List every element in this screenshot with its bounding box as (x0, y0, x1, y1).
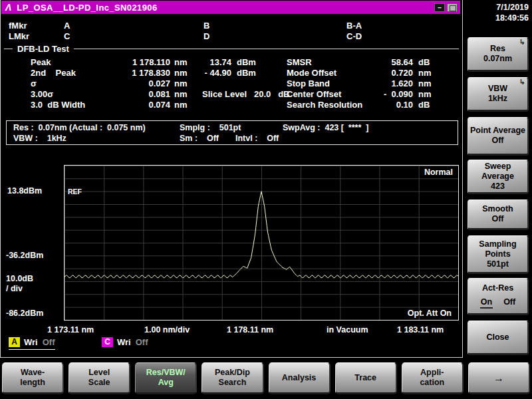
menu-more-arrow[interactable]: → (468, 362, 530, 394)
softkey-point-average[interactable]: Point Average Off (467, 117, 529, 156)
datetime-display: 7/1/2019 18:49:56 (462, 2, 529, 23)
result-wavelength: 0.074 (107, 100, 170, 110)
menu-label: Wave- (3, 368, 63, 378)
marker-cd-label: C-D (346, 31, 460, 42)
y-axis-mid-label: -36.2dBm (6, 251, 43, 260)
sampling-setting: Smplg : 501pt (180, 122, 283, 133)
menu-label-2: length (3, 378, 63, 388)
softkey-value: 0.07nm (483, 54, 512, 64)
y-axis-ref-label: 13.8dBm (7, 186, 42, 196)
softkey-sweep-average[interactable]: Sweep Average 423 (467, 160, 529, 194)
menu-trace[interactable]: Trace (335, 362, 397, 394)
result-label: Mode Offset (287, 68, 376, 78)
x-axis-center-label: 1 178.11 nm (227, 325, 273, 334)
menu-analysis[interactable]: Analysis (269, 362, 331, 394)
result-unit: nm (413, 68, 434, 78)
result-wavelength-unit: nm (170, 100, 197, 110)
act-res-off-option[interactable]: Off (503, 297, 515, 309)
app-logo-icon: Λ (5, 2, 11, 13)
softkey-sampling-points[interactable]: Sampling Points 501pt (467, 235, 529, 274)
y-axis-bottom-label: -86.2dBm (6, 309, 43, 318)
result-unit: dB (413, 57, 434, 68)
menu-res-vbw-avg[interactable]: Res/VBW/ Avg (135, 362, 197, 394)
menu-label-2: cation (402, 378, 462, 388)
section-title: DFB-LD Test (13, 44, 74, 54)
menu-wavelength[interactable]: Wave- length (2, 362, 64, 394)
analysis-results-right: SMSR 58.64 dB Mode Offset 0.720 nm Stop … (287, 57, 434, 110)
softkey-label: Act-Res (482, 283, 513, 293)
result-row-smsr: SMSR 58.64 dB (287, 57, 434, 68)
result-level: 13.74 (197, 57, 231, 68)
result-row-3db-width: 3.0 dB Width 0.074 nm (31, 100, 290, 110)
result-wavelength: 0.081 (107, 89, 170, 100)
result-value: 0.10 (376, 100, 413, 110)
sweep-settings-box: Res : 0.07nm (Actual : 0.075 nm) Smplg :… (6, 120, 458, 145)
marker-a-label: A (64, 21, 203, 31)
result-wavelength-unit: nm (170, 89, 197, 100)
softkey-label: VBW (488, 84, 507, 94)
fmkr-label: fMkr (1, 21, 64, 31)
act-res-on-option[interactable]: On (480, 297, 493, 309)
trace-c-badge: C (102, 337, 113, 347)
divider-line-right (74, 49, 459, 49)
marker-d-label: D (203, 31, 346, 42)
result-row-sigma: σ 0.027 nm (31, 78, 290, 89)
titlebar-buttons: – (434, 3, 458, 12)
interval-setting: Intvl : Off (235, 133, 458, 144)
result-label: 2nd Peak (31, 68, 107, 78)
submenu-arrow-icon: ↳ (519, 37, 525, 47)
menu-application[interactable]: Appli- cation (402, 362, 464, 394)
settings-line-2: VBW : 1kHz Sm : Off Intvl : Off (13, 133, 458, 144)
result-label: Center Offset (287, 89, 376, 100)
menu-peak-dip-search[interactable]: Peak/Dip Search (201, 362, 263, 394)
softkey-label: Point Average (470, 126, 525, 136)
result-row-mode-offset: Mode Offset 0.720 nm (287, 68, 434, 78)
time-text: 18:49:56 (462, 13, 529, 23)
trace-c-status[interactable]: C Wri Off (102, 337, 148, 349)
result-label: 3.00σ (31, 89, 107, 100)
trace-c-mode: Wri (117, 337, 131, 347)
softkey-close[interactable]: Close (467, 321, 529, 355)
result-value: 1.620 (376, 78, 413, 89)
ref-level-label: REF (68, 188, 82, 196)
titlebar: Λ LP_OSA__LD-PD_Inc_SN021906 – (1, 1, 460, 14)
softkey-smooth[interactable]: Smooth Off (467, 200, 529, 230)
osa-screen: Λ LP_OSA__LD-PD_Inc_SN021906 – fMkr A B … (0, 0, 532, 399)
softkey-act-res[interactable]: Act-Res On Off (467, 278, 529, 315)
menu-label: Trace (336, 373, 396, 383)
softkey-res[interactable]: ↳ Res 0.07nm (467, 37, 529, 72)
marker-row-2: LMkr C D C-D (1, 31, 460, 42)
sweep-average-setting: SwpAvg : 423 [ **** ] (283, 122, 458, 133)
result-wavelength: 1 178.110 (107, 57, 170, 68)
display-area: Λ LP_OSA__LD-PD_Inc_SN021906 – fMkr A B … (0, 0, 463, 358)
minimize-button[interactable]: – (434, 3, 445, 12)
slice-level-value: Slice Level 20.0 dB (202, 89, 290, 100)
divider-line-left (4, 49, 13, 49)
result-value: - 0.090 (376, 89, 413, 100)
submenu-arrow-icon: ↳ (519, 77, 525, 87)
menu-level-scale[interactable]: Level Scale (68, 362, 130, 394)
trace-a-mode: Wri (24, 337, 38, 347)
softkey-vbw[interactable]: ↳ VBW 1kHz (467, 77, 529, 112)
act-res-options: On Off (480, 297, 515, 309)
trace-a-status[interactable]: A Wri Off (9, 337, 55, 350)
optical-attenuator-label: Opt. Att On (408, 309, 452, 318)
menu-label: Analysis (269, 373, 329, 383)
softkey-value: 423 (491, 182, 505, 192)
softkey-label: Res (490, 44, 505, 54)
spectrum-plot[interactable]: REF Normal Opt. Att On (64, 165, 459, 321)
x-axis-medium-label: in Vacuum (327, 325, 368, 334)
menu-label: Res/VBW/ (136, 368, 196, 378)
x-axis-start-label: 1 173.11 nm (47, 325, 94, 334)
lmkr-label: LMkr (1, 31, 64, 42)
result-wavelength: 0.027 (107, 78, 170, 89)
softkey-value: 501pt (487, 259, 509, 269)
maximize-button[interactable] (447, 3, 458, 12)
result-value: 58.64 (376, 57, 413, 68)
sweep-mode-label: Normal (424, 168, 453, 177)
result-row-stop-band: Stop Band 1.620 nm (287, 78, 434, 89)
trace-c-state: Off (136, 337, 148, 347)
softkey-label: Close (486, 332, 509, 342)
result-wavelength-unit: nm (170, 57, 197, 68)
right-arrow-icon: → (469, 373, 529, 383)
